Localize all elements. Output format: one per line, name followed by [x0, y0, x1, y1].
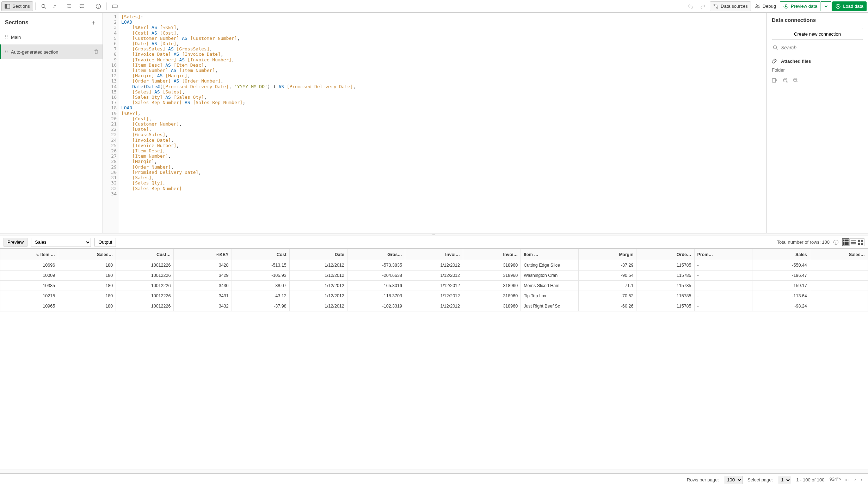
- svg-point-29: [774, 46, 777, 49]
- column-header[interactable]: Orde…: [636, 249, 694, 260]
- indent-button[interactable]: [63, 1, 75, 11]
- create-connection-button[interactable]: Create new connection: [772, 28, 863, 40]
- column-header[interactable]: Date: [289, 249, 347, 260]
- debug-button[interactable]: Debug: [752, 1, 779, 11]
- top-toolbar: Sections // ?: [0, 0, 868, 13]
- script-editor[interactable]: 1 2 3 4 5 6 7 8 9 10 11 12 13 14 15 16 1…: [103, 13, 767, 233]
- comment-toggle-button[interactable]: //: [50, 1, 62, 11]
- table-cell: [810, 260, 868, 271]
- svg-rect-44: [858, 243, 860, 245]
- table-row[interactable]: 10965180100122263432-37.981/12/2012-102.…: [0, 301, 868, 311]
- table-cell: -102.3319: [347, 301, 405, 311]
- table-cell: Washington Cran: [521, 271, 579, 281]
- keyboard-button[interactable]: [109, 1, 121, 11]
- svg-line-30: [776, 49, 778, 50]
- plus-icon: ＋: [90, 18, 97, 27]
- svg-line-20: [759, 6, 760, 6]
- horizontal-splitter[interactable]: ═: [0, 233, 868, 236]
- sort-icon: ⇅: [36, 253, 39, 257]
- table-row[interactable]: 10215180100122263431-43.121/12/2012-118.…: [0, 291, 868, 301]
- rows-per-page-select[interactable]: 100: [724, 476, 743, 484]
- horizontal-scrollbar[interactable]: [0, 469, 868, 473]
- help-button[interactable]: ?: [92, 1, 104, 11]
- table-cell: -88.07: [232, 281, 289, 291]
- info-icon[interactable]: i: [833, 239, 839, 245]
- sections-toggle-button[interactable]: Sections: [1, 1, 33, 11]
- first-page-button[interactable]: ⇤: [845, 476, 850, 483]
- view-table-button[interactable]: [842, 238, 850, 246]
- svg-line-22: [759, 7, 760, 8]
- load-data-button[interactable]: Load data: [832, 1, 867, 11]
- table-cell: 3431: [174, 291, 232, 301]
- svg-point-32: [784, 78, 787, 80]
- table-cell: -113.64: [752, 291, 810, 301]
- section-item-label: Auto-generated section: [11, 49, 58, 55]
- preview-toolbar: Preview Sales Output Total number of row…: [0, 236, 868, 249]
- table-row[interactable]: 10696180100122263428-513.151/12/2012-573…: [0, 260, 868, 271]
- column-header[interactable]: Invoi…: [405, 249, 463, 260]
- svg-rect-43: [861, 239, 863, 242]
- section-item[interactable]: ⠿ Main: [0, 30, 103, 44]
- trash-icon[interactable]: [93, 49, 99, 55]
- table-cell: -: [694, 260, 752, 271]
- data-preview-table-wrap[interactable]: ⇅Item …Sales…Cust…%KEYCostDateGros…Invoi…: [0, 249, 868, 469]
- table-row[interactable]: 10009180100122263429-105.931/12/2012-204…: [0, 271, 868, 281]
- svg-point-15: [714, 4, 715, 6]
- output-tab[interactable]: Output: [94, 238, 116, 247]
- drag-handle-icon[interactable]: ⠿: [5, 49, 7, 55]
- table-cell: 318960: [463, 281, 521, 291]
- search-button[interactable]: [38, 1, 50, 11]
- preview-tab[interactable]: Preview: [4, 238, 27, 247]
- svg-line-23: [756, 4, 757, 5]
- chevron-down-icon: [823, 4, 829, 9]
- preview-data-button[interactable]: Preview data: [780, 1, 820, 11]
- view-list-button[interactable]: [849, 238, 857, 246]
- select-data-icon[interactable]: [782, 78, 788, 83]
- table-cell: -98.24: [752, 301, 810, 311]
- column-header[interactable]: Cust…: [116, 249, 174, 260]
- column-header[interactable]: Sales…: [810, 249, 868, 260]
- select-page-select[interactable]: 1: [778, 476, 791, 484]
- connections-search-input[interactable]: [781, 45, 862, 50]
- data-sources-button[interactable]: Data sources: [710, 1, 751, 11]
- svg-rect-31: [772, 79, 776, 83]
- table-cell: 180: [58, 260, 116, 271]
- editor-code[interactable]: [Sales]: LOAD [%KEY] AS [%KEY], [Cost] A…: [119, 13, 767, 233]
- view-grid-button[interactable]: [857, 238, 864, 246]
- table-cell: 10012226: [116, 291, 174, 301]
- keyboard-icon: [112, 4, 118, 9]
- column-header[interactable]: Sales: [752, 249, 810, 260]
- undo-button[interactable]: [684, 1, 696, 11]
- column-header[interactable]: ⇅Item …: [0, 249, 58, 260]
- folder-label: Folder: [772, 67, 863, 73]
- insert-script-icon[interactable]: [772, 78, 777, 83]
- table-cell: -90.54: [579, 271, 636, 281]
- column-header[interactable]: Gros…: [347, 249, 405, 260]
- next-page-button[interactable]: ›: [860, 476, 863, 483]
- section-item[interactable]: ⠿ Auto-generated section: [0, 44, 103, 59]
- preview-data-dropdown[interactable]: [821, 1, 831, 11]
- column-header[interactable]: Cost: [232, 249, 289, 260]
- table-cell: -573.3835: [347, 260, 405, 271]
- table-cell: 1/12/2012: [289, 281, 347, 291]
- column-header[interactable]: Margin: [579, 249, 636, 260]
- table-cell: -: [694, 291, 752, 301]
- add-section-button[interactable]: ＋: [89, 18, 98, 27]
- svg-line-19: [755, 6, 756, 6]
- table-cell: 180: [58, 281, 116, 291]
- prev-page-button[interactable]: ‹: [854, 476, 856, 483]
- column-header[interactable]: Invoi…: [463, 249, 521, 260]
- column-header[interactable]: %KEY: [174, 249, 232, 260]
- redo-button[interactable]: [697, 1, 709, 11]
- drag-handle-icon[interactable]: ⠿: [5, 34, 7, 40]
- column-header[interactable]: Sales…: [58, 249, 116, 260]
- outdent-button[interactable]: [76, 1, 88, 11]
- column-header[interactable]: Prom…: [694, 249, 752, 260]
- table-cell: Tip Top Lox: [521, 291, 579, 301]
- column-header[interactable]: Item …: [521, 249, 579, 260]
- view-toggle: [842, 238, 864, 246]
- edit-connection-icon[interactable]: [793, 78, 799, 83]
- table-select[interactable]: Sales: [31, 238, 91, 247]
- table-row[interactable]: 10385180100122263430-88.071/12/2012-165.…: [0, 281, 868, 291]
- table-cell: 10009: [0, 271, 58, 281]
